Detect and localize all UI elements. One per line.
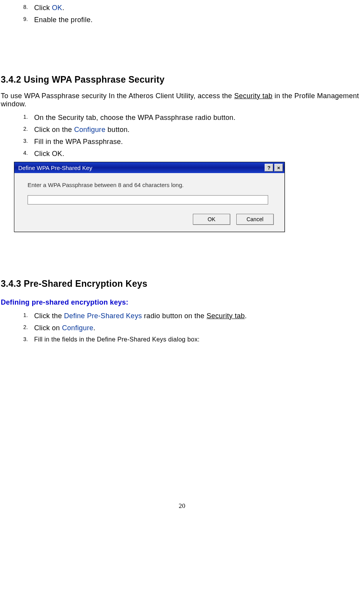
list-number: 1. (23, 114, 34, 122)
help-icon[interactable]: ? (265, 164, 273, 172)
section-343-subhead: Defining pre-shared encryption keys: (0, 298, 364, 307)
security-tab-link[interactable]: Security tab (234, 92, 273, 100)
list-text: Click OK. (34, 4, 64, 12)
list-text: Click on the Configure button. (34, 126, 130, 134)
section-heading-343: 3.4.3 Pre-Shared Encryption Keys (0, 279, 364, 289)
list-text: Click the Define Pre-Shared Keys radio b… (34, 312, 247, 320)
list-number: 9. (23, 16, 34, 24)
wpa-dialog: Define WPA Pre-Shared Key ? × Enter a WP… (14, 162, 285, 232)
dialog-buttons: OK Cancel (14, 212, 284, 232)
dialog-title: Define WPA Pre-Shared Key (18, 165, 263, 171)
top-list: 8. Click OK. 9. Enable the profile. (0, 4, 364, 24)
section-343-list: 1. Click the Define Pre-Shared Keys radi… (0, 312, 364, 343)
list-item: 2. Click on Configure. (23, 324, 364, 332)
section-heading-342: 3.4.2 Using WPA Passphrase Security (0, 75, 364, 85)
ok-button[interactable]: OK (193, 214, 230, 225)
list-text: Click on Configure. (34, 324, 95, 332)
list-item: 3. Fill in the WPA Passphrase. (23, 138, 364, 146)
configure-link[interactable]: Configure (74, 126, 106, 133)
ok-link[interactable]: OK (52, 4, 62, 12)
passphrase-input[interactable] (28, 195, 268, 205)
dialog-body: Enter a WPA Passphrase between 8 and 64 … (14, 173, 284, 212)
list-text: Fill in the fields in the Define Pre-Sha… (34, 336, 199, 343)
list-number: 1. (23, 312, 34, 320)
list-item: 4. Click OK. (23, 150, 364, 158)
section-342-intro: To use WPA Passphrase security In the At… (0, 92, 364, 108)
configure-link[interactable]: Configure (62, 324, 94, 332)
list-number: 3. (23, 336, 34, 343)
cancel-button[interactable]: Cancel (236, 214, 274, 225)
list-item: 8. Click OK. (23, 4, 364, 12)
list-number: 2. (23, 324, 34, 332)
dialog-titlebar: Define WPA Pre-Shared Key ? × (14, 162, 284, 173)
list-text: On the Security tab, choose the WPA Pass… (34, 114, 236, 122)
close-icon[interactable]: × (274, 164, 283, 172)
list-text: Fill in the WPA Passphrase. (34, 138, 123, 146)
page-number: 20 (0, 502, 364, 510)
define-psk-link[interactable]: Define Pre-Shared Keys (64, 312, 142, 320)
list-item: 9. Enable the profile. (23, 16, 364, 24)
list-number: 3. (23, 138, 34, 146)
list-number: 4. (23, 150, 34, 158)
list-item: 2. Click on the Configure button. (23, 126, 364, 134)
list-text: Click OK. (34, 150, 64, 158)
list-number: 2. (23, 126, 34, 134)
list-item: 1. Click the Define Pre-Shared Keys radi… (23, 312, 364, 320)
section-342-list: 1. On the Security tab, choose the WPA P… (0, 114, 364, 158)
list-text: Enable the profile. (34, 16, 93, 24)
list-item: 1. On the Security tab, choose the WPA P… (23, 114, 364, 122)
security-tab-link[interactable]: Security tab (206, 312, 245, 320)
dialog-prompt: Enter a WPA Passphrase between 8 and 64 … (28, 182, 271, 188)
list-item: 3. Fill in the fields in the Define Pre-… (23, 336, 364, 343)
list-number: 8. (23, 4, 34, 12)
